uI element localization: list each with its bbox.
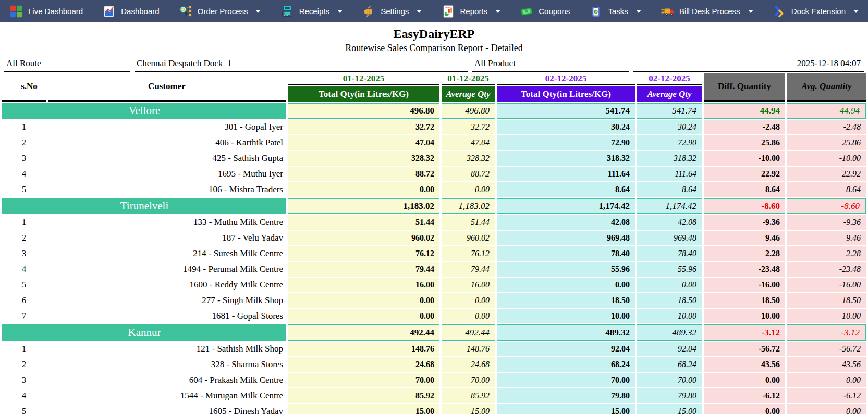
- total-qty-day2-cell: 68.24: [497, 357, 635, 372]
- customer-row: 3604 - Prakash Milk Centre70.0070.0070.0…: [2, 373, 866, 387]
- customer-cell: 106 - Mishra Traders: [48, 182, 286, 197]
- average-qty-day1-cell: 51.44: [442, 215, 495, 230]
- column-header-average-qty-day1: Average Qty: [442, 86, 495, 102]
- chevron-down-icon: [255, 10, 261, 13]
- nav-item-dock-extension[interactable]: Dock Extension: [773, 5, 859, 18]
- page-title: EasyDairyERP: [0, 27, 868, 41]
- average-qty-day2-cell: 1,174.42: [637, 198, 702, 214]
- diff-quantity-cell: 2.28: [704, 246, 785, 261]
- date-header-1: 01-12-2025: [442, 73, 495, 85]
- route-name: Vellore: [2, 103, 286, 119]
- diff-quantity-cell: -8.60: [704, 198, 785, 214]
- nav-item-label: Bill Desk Process: [679, 7, 740, 16]
- customer-row: 6277 - Singh Milk Shop0.000.0018.5018.50…: [2, 293, 866, 308]
- date-header-2: 02-12-2025: [497, 73, 635, 85]
- chevron-down-icon: [748, 10, 753, 13]
- nav-item-settings[interactable]: Settings: [362, 5, 422, 18]
- filter-route: All Route: [4, 57, 130, 72]
- nav-item-label: Coupons: [539, 7, 570, 16]
- average-qty-day2-cell: 8.64: [637, 182, 702, 197]
- customer-row: 51600 - Reddy Milk Centre16.0016.000.000…: [2, 278, 866, 292]
- nav-item-bill-desk-process[interactable]: Bill Desk Process: [661, 5, 753, 18]
- nav-item-order-process[interactable]: Order Process: [179, 5, 261, 18]
- avg-quantity-cell: -8.60: [787, 198, 866, 214]
- sno-cell: 4: [2, 167, 46, 181]
- customer-cell: 187 - Velu Yadav: [48, 231, 286, 245]
- coupons-icon: [520, 5, 533, 18]
- customer-row: 1133 - Muthu Milk Centre51.4451.4442.084…: [2, 215, 866, 230]
- nav-item-reports[interactable]: Reports: [442, 5, 501, 18]
- customer-cell: 214 - Suresh Milk Centre: [48, 246, 286, 261]
- average-qty-day2-cell: 30.24: [637, 120, 702, 134]
- nav-item-label: Settings: [381, 7, 409, 16]
- total-qty-day1-cell: 492.44: [288, 324, 439, 341]
- avg-quantity-cell: 8.64: [787, 182, 866, 197]
- average-qty-day2-cell: 10.00: [637, 309, 702, 323]
- nav-item-dashboard[interactable]: Dashboard: [102, 5, 159, 18]
- total-qty-day1-cell: 51.44: [288, 215, 439, 230]
- avg-quantity-cell: -9.36: [787, 215, 866, 230]
- avg-quantity-cell: -23.48: [787, 262, 866, 277]
- nav-item-label: Live Dashboard: [28, 7, 83, 16]
- total-qty-day2-cell: 1,174.42: [497, 198, 635, 214]
- sno-cell: 3: [2, 373, 46, 387]
- nav-item-live-dashboard[interactable]: Live Dashboard: [9, 5, 83, 18]
- sno-cell: 5: [2, 278, 46, 292]
- sno-cell: 2: [2, 135, 46, 150]
- total-qty-day1-cell: 76.12: [288, 246, 439, 261]
- column-header-total-qty-day1: Total Qty(in Litres/KG): [288, 86, 439, 102]
- total-qty-day1-cell: 1,183.02: [288, 198, 439, 214]
- diff-quantity-cell: 43.56: [704, 357, 785, 372]
- nav-item-receipts[interactable]: Receipts: [280, 5, 343, 18]
- customer-cell: 301 - Gopal Iyer: [48, 120, 286, 134]
- customer-cell: 406 - Karthik Patel: [48, 135, 286, 150]
- average-qty-day2-cell: 111.64: [637, 167, 702, 181]
- avg-quantity-cell: -16.00: [787, 278, 866, 292]
- average-qty-day1-cell: 492.44: [442, 324, 495, 341]
- total-qty-day1-cell: 24.68: [288, 357, 439, 372]
- average-qty-day2-cell: 78.40: [637, 246, 702, 261]
- customer-row: 2406 - Karthik Patel47.0447.0472.9072.90…: [2, 135, 866, 150]
- avg-quantity-cell: 10.00: [787, 309, 866, 323]
- average-qty-day2-cell: 55.96: [637, 262, 702, 277]
- avg-quantity-cell: 18.50: [787, 293, 866, 308]
- chevron-down-icon: [337, 10, 343, 13]
- customer-row: 3425 - Sathish Gupta328.32328.32318.3231…: [2, 151, 866, 166]
- total-qty-day2-cell: 78.40: [497, 246, 635, 261]
- customer-cell: 277 - Singh Milk Shop: [48, 293, 286, 308]
- bill-desk-icon: [661, 5, 674, 18]
- filter-strip: All Route Chennai Despatch Dock_1 All Pr…: [0, 57, 868, 72]
- chevron-down-icon: [495, 10, 500, 13]
- avg-quantity-cell: -2.48: [787, 120, 866, 134]
- average-qty-day1-cell: 32.72: [442, 120, 495, 134]
- total-qty-day2-cell: 70.00: [497, 373, 635, 387]
- diff-quantity-cell: -6.12: [704, 388, 785, 403]
- nav-item-coupons[interactable]: Coupons: [520, 5, 570, 18]
- reports-icon: [442, 5, 455, 18]
- average-qty-day2-cell: 318.32: [637, 151, 702, 166]
- chevron-down-icon: [636, 10, 641, 13]
- chevron-down-icon: [417, 10, 422, 13]
- customer-cell: 121 - Sathish Milk Shop: [48, 342, 286, 356]
- average-qty-day1-cell: 1,183.02: [442, 198, 495, 214]
- total-qty-day1-cell: 328.32: [288, 151, 439, 166]
- avg-quantity-cell: 9.46: [787, 231, 866, 245]
- report-table-body: Vellore496.80496.80541.74541.7444.9444.9…: [2, 103, 866, 414]
- customer-row: 41695 - Muthu Iyer88.7288.72111.64111.64…: [2, 167, 866, 181]
- nav-item-tasks[interactable]: Tasks: [589, 5, 641, 18]
- diff-quantity-cell: -23.48: [704, 262, 785, 277]
- total-qty-day1-cell: 70.00: [288, 373, 439, 387]
- diff-quantity-cell: 22.92: [704, 167, 785, 181]
- diff-quantity-cell: -16.00: [704, 278, 785, 292]
- customer-cell: 328 - Sharma Stores: [48, 357, 286, 372]
- dashboard-icon: [102, 5, 116, 18]
- sno-cell: 1: [2, 215, 46, 230]
- customer-cell: 1605 - Dinesh Yadav: [48, 404, 286, 414]
- sno-cell: 1: [2, 342, 46, 356]
- average-qty-day2-cell: 0.00: [637, 278, 702, 292]
- avg-quantity-cell: 22.92: [787, 167, 866, 181]
- total-qty-day1-cell: 0.00: [288, 309, 439, 323]
- column-header-total-qty-day2: Total Qty(in Litres/KG): [497, 86, 635, 102]
- customer-cell: 1695 - Muthu Iyer: [48, 167, 286, 181]
- diff-quantity-cell: -10.00: [704, 151, 785, 166]
